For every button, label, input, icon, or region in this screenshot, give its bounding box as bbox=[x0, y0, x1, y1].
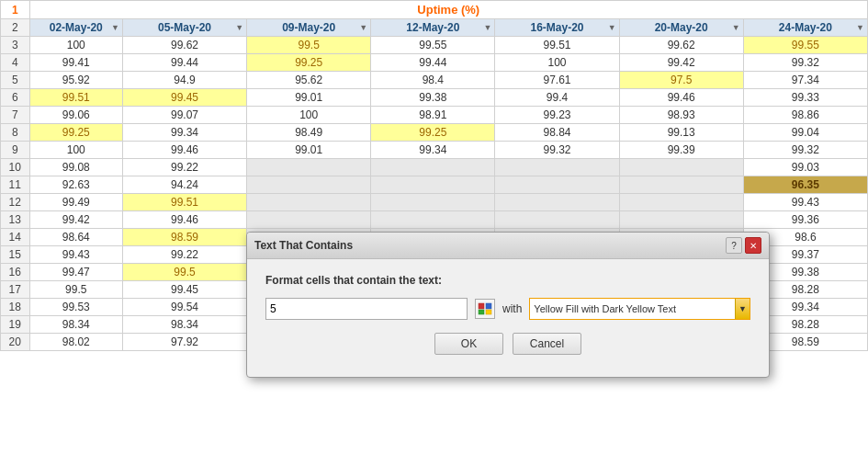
dialog-instruction: Format cells that contain the text: bbox=[265, 274, 750, 287]
dialog-title: Text That Contains bbox=[254, 239, 353, 252]
help-button[interactable]: ? bbox=[726, 237, 742, 254]
format-dropdown[interactable]: Yellow Fill with Dark Yellow Text ▼ bbox=[529, 298, 750, 320]
dialog-input-row: with Yellow Fill with Dark Yellow Text ▼ bbox=[265, 298, 750, 320]
close-button[interactable]: ✕ bbox=[745, 237, 761, 254]
svg-rect-2 bbox=[479, 310, 484, 314]
format-dropdown-text: Yellow Fill with Dark Yellow Text bbox=[534, 303, 735, 314]
dropdown-arrow-icon[interactable]: ▼ bbox=[735, 299, 750, 319]
titlebar-buttons: ? ✕ bbox=[726, 237, 761, 254]
format-cells-icon bbox=[478, 302, 492, 315]
cancel-button[interactable]: Cancel bbox=[513, 333, 581, 355]
contains-text-input[interactable] bbox=[265, 298, 468, 320]
dialog-overlay: Text That Contains ? ✕ Format cells that… bbox=[0, 0, 868, 466]
format-icon-button[interactable] bbox=[475, 299, 495, 319]
dialog-body: Format cells that contain the text: with bbox=[247, 259, 769, 377]
svg-rect-0 bbox=[479, 303, 484, 309]
ok-button[interactable]: OK bbox=[434, 333, 503, 355]
dialog-titlebar: Text That Contains ? ✕ bbox=[247, 233, 769, 259]
text-that-contains-dialog: Text That Contains ? ✕ Format cells that… bbox=[246, 232, 770, 378]
dialog-footer: OK Cancel bbox=[265, 333, 750, 364]
svg-rect-3 bbox=[486, 310, 491, 314]
spreadsheet-container: 1 Uptime (%) 2 02-May-20 05-May-20 09-Ma… bbox=[0, 0, 868, 466]
svg-rect-1 bbox=[486, 303, 491, 309]
with-label: with bbox=[502, 302, 522, 315]
